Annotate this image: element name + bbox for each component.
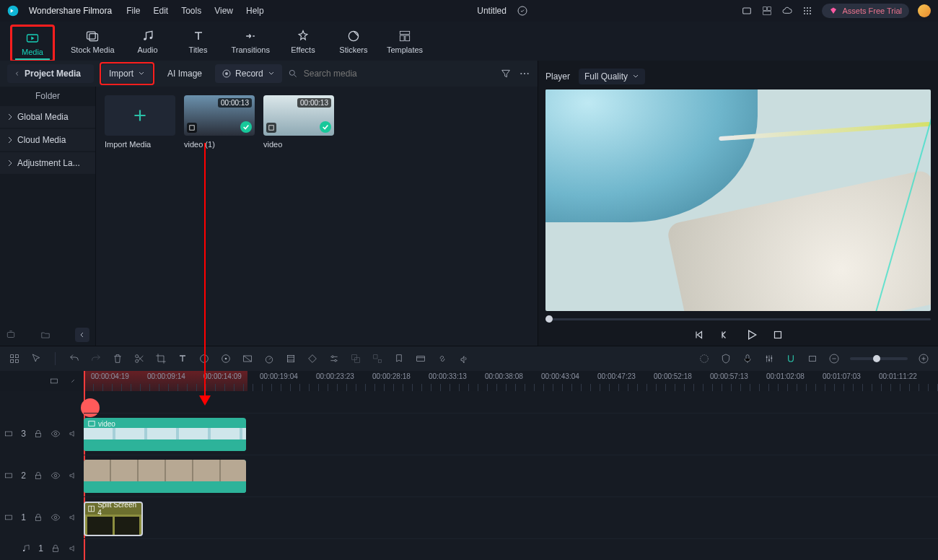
- apps-icon[interactable]: [802, 5, 813, 17]
- apps-mini-icon[interactable]: [9, 353, 20, 364]
- crop-icon[interactable]: [155, 353, 167, 364]
- ungroup-icon[interactable]: [372, 353, 383, 364]
- new-folder-icon[interactable]: [40, 330, 51, 340]
- link-icon[interactable]: [437, 353, 448, 364]
- mute-icon[interactable]: [68, 429, 78, 439]
- detect-icon[interactable]: [285, 353, 297, 364]
- clip-video[interactable]: video: [84, 418, 246, 451]
- cloud-upload-icon[interactable]: [781, 5, 793, 17]
- zoom-slider[interactable]: [850, 357, 908, 360]
- step-back-icon[interactable]: [718, 328, 731, 341]
- tab-effects[interactable]: Effects: [286, 25, 320, 58]
- menu-tools[interactable]: Tools: [181, 6, 201, 16]
- keyframe-icon[interactable]: [307, 353, 318, 364]
- svg-rect-67: [36, 475, 41, 478]
- mute-icon[interactable]: [68, 471, 78, 481]
- sidebar-item-cloud-media[interactable]: Cloud Media: [0, 129, 95, 151]
- more-options-icon[interactable]: [519, 68, 530, 79]
- redo-icon[interactable]: [90, 353, 102, 364]
- render-icon[interactable]: [415, 353, 426, 364]
- image-grid-icon[interactable]: [761, 5, 773, 17]
- shield-icon[interactable]: [720, 353, 732, 364]
- track-link-icon[interactable]: [68, 376, 78, 386]
- ai-image-button[interactable]: AI Image: [160, 64, 209, 83]
- menu-help[interactable]: Help: [246, 6, 264, 16]
- snap-icon[interactable]: [785, 353, 797, 364]
- group-icon[interactable]: [350, 353, 361, 364]
- visibility-icon[interactable]: [51, 471, 61, 481]
- clip-video-1[interactable]: [84, 460, 246, 493]
- import-media-card[interactable]: Import Media: [105, 95, 175, 149]
- pointer-icon[interactable]: [30, 353, 42, 364]
- media-card-video-1[interactable]: 00:00:13 video (1): [184, 95, 255, 149]
- split-icon[interactable]: [133, 353, 145, 364]
- filter-icon[interactable]: [500, 68, 512, 79]
- audio-sync-icon[interactable]: [458, 353, 470, 364]
- menu-edit[interactable]: Edit: [154, 6, 169, 16]
- import-button[interactable]: Import: [102, 64, 152, 83]
- tab-stickers[interactable]: Stickers: [336, 25, 371, 58]
- assets-free-trial-pill[interactable]: Assets Free Trial: [822, 4, 909, 18]
- svg-point-47: [335, 359, 337, 362]
- tab-stock-media[interactable]: Stock Media: [71, 25, 115, 58]
- prev-frame-icon[interactable]: [692, 328, 705, 341]
- speed-icon[interactable]: [263, 353, 275, 364]
- smart-icon[interactable]: [698, 353, 710, 364]
- mic-icon[interactable]: [742, 353, 753, 364]
- media-card-video[interactable]: 00:00:13 video: [263, 95, 334, 149]
- sidebar-collapse-button[interactable]: [75, 328, 89, 342]
- svg-point-27: [520, 73, 522, 74]
- search-input[interactable]: [302, 68, 493, 79]
- zoom-in-icon[interactable]: [918, 353, 929, 364]
- zoom-out-icon[interactable]: [828, 353, 840, 364]
- svg-point-6: [804, 7, 805, 9]
- preview-viewport[interactable]: [545, 89, 931, 311]
- search-media[interactable]: [288, 68, 494, 79]
- adjust-icon[interactable]: [328, 353, 340, 364]
- fit-icon[interactable]: [807, 353, 818, 364]
- screenshot-icon[interactable]: [741, 5, 753, 17]
- delete-icon[interactable]: [112, 353, 123, 364]
- mute-icon[interactable]: [68, 512, 78, 522]
- lock-icon[interactable]: [33, 471, 43, 481]
- stop-icon[interactable]: [771, 328, 784, 341]
- tab-titles[interactable]: Titles: [181, 25, 216, 58]
- visibility-icon[interactable]: [51, 512, 61, 522]
- chevron-left-icon: [14, 71, 20, 76]
- visibility-icon[interactable]: [51, 429, 61, 439]
- mask-icon[interactable]: [242, 353, 253, 364]
- play-icon[interactable]: [744, 328, 758, 342]
- tab-audio[interactable]: Audio: [131, 25, 165, 58]
- svg-point-25: [225, 72, 228, 75]
- svg-point-53: [701, 355, 709, 363]
- marker-icon[interactable]: [393, 353, 405, 364]
- track-header-icon[interactable]: [49, 376, 59, 386]
- app-brand: Wondershare Filmora: [29, 6, 112, 16]
- tab-transitions[interactable]: Transitions: [232, 25, 270, 58]
- menu-file[interactable]: File: [126, 6, 140, 16]
- preview-scrub[interactable]: [545, 314, 931, 324]
- undo-icon[interactable]: [69, 353, 80, 364]
- new-bin-icon[interactable]: [6, 330, 16, 340]
- lock-icon[interactable]: [33, 512, 43, 522]
- sidebar-item-adjustment-layer[interactable]: Adjustment La...: [0, 152, 95, 174]
- color-icon[interactable]: [198, 353, 210, 364]
- text-icon[interactable]: [177, 353, 188, 364]
- player-label: Player: [545, 71, 570, 82]
- chevron-right-icon: [7, 136, 13, 144]
- record-button[interactable]: Record: [215, 64, 282, 83]
- user-avatar[interactable]: [918, 4, 931, 17]
- quality-select[interactable]: Full Quality: [579, 69, 645, 84]
- tab-templates[interactable]: Templates: [387, 25, 423, 58]
- lock-icon[interactable]: [51, 543, 61, 554]
- timeline-ruler[interactable]: 00:00:00:0000:00:04:1900:00:09:1400:00:1…: [84, 371, 938, 391]
- mixer-icon[interactable]: [763, 353, 775, 364]
- sidebar-item-global-media[interactable]: Global Media: [0, 106, 95, 128]
- menu-view[interactable]: View: [214, 6, 233, 16]
- clip-split-screen[interactable]: Split Screen 4: [84, 502, 143, 536]
- tab-media[interactable]: Media: [15, 27, 50, 60]
- svg-point-71: [54, 516, 57, 519]
- motion-icon[interactable]: [220, 353, 232, 364]
- lock-icon[interactable]: [33, 429, 43, 439]
- mute-icon[interactable]: [68, 543, 78, 554]
